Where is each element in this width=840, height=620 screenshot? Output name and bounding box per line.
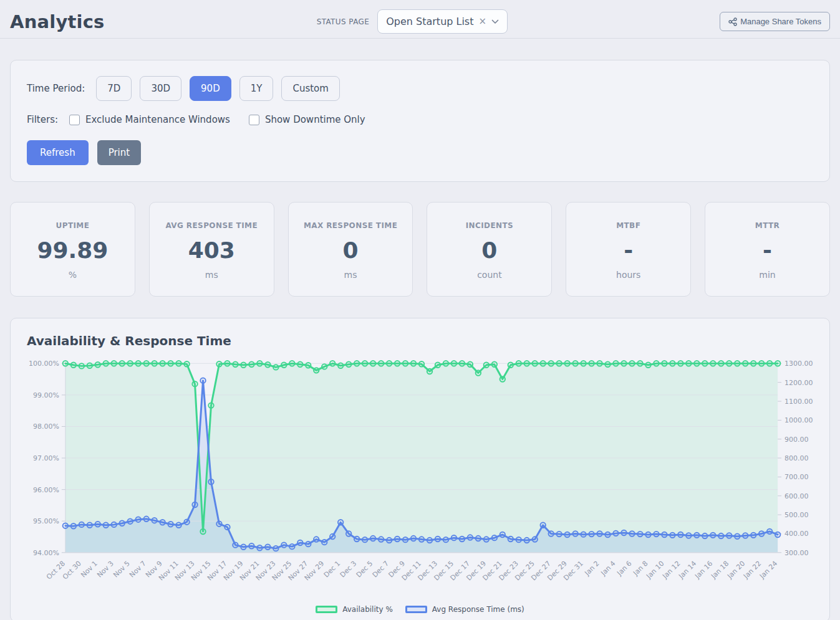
- legend-swatch: [316, 606, 337, 613]
- stat-unit: hours: [571, 270, 685, 280]
- checkbox[interactable]: [69, 115, 80, 125]
- top-header: Analytics STATUS PAGE Open Startup List …: [0, 0, 840, 39]
- stat-card-mtbf: MTBF-hours: [566, 202, 691, 297]
- time-period-30d-button[interactable]: 30D: [140, 76, 181, 101]
- time-period-label: Time Period:: [27, 83, 85, 94]
- page-title: Analytics: [10, 11, 105, 32]
- print-button[interactable]: Print: [97, 140, 142, 165]
- svg-text:Jan 6: Jan 6: [615, 560, 633, 578]
- svg-text:Jan 2: Jan 2: [582, 560, 601, 578]
- filters-panel: Time Period: 7D30D90D1YCustom Filters: E…: [10, 60, 830, 182]
- svg-text:Jan 10: Jan 10: [644, 560, 665, 581]
- filter-checkboxes: Exclude Maintenance WindowsShow Downtime…: [69, 114, 365, 125]
- refresh-button[interactable]: Refresh: [27, 140, 89, 165]
- svg-text:Jan 20: Jan 20: [725, 560, 746, 581]
- svg-text:100.00%: 100.00%: [29, 360, 59, 368]
- status-page-select[interactable]: Open Startup List ×: [377, 9, 508, 34]
- svg-text:800.00: 800.00: [784, 454, 808, 462]
- stat-unit: count: [432, 270, 546, 280]
- svg-text:300.00: 300.00: [784, 549, 808, 557]
- checkbox[interactable]: [249, 115, 259, 125]
- legend-label: Avg Response Time (ms): [432, 605, 524, 614]
- stat-unit: ms: [294, 270, 408, 280]
- legend-swatch: [405, 606, 427, 613]
- stat-card-uptime: UPTIME99.89%: [10, 202, 135, 297]
- legend-label: Availability %: [342, 605, 393, 614]
- svg-text:400.00: 400.00: [784, 530, 808, 538]
- svg-text:98.00%: 98.00%: [33, 422, 59, 431]
- stat-value: 0: [294, 237, 408, 263]
- svg-text:900.00: 900.00: [784, 436, 808, 444]
- time-period-custom-button[interactable]: Custom: [281, 76, 339, 101]
- svg-text:Jan 16: Jan 16: [693, 560, 714, 581]
- chart-title: Availability & Response Time: [11, 333, 829, 348]
- svg-text:Dec 7: Dec 7: [371, 560, 391, 579]
- close-icon[interactable]: ×: [478, 17, 487, 26]
- time-period-90d-button[interactable]: 90D: [190, 76, 231, 101]
- stat-card-avg-response-time: AVG RESPONSE TIME403ms: [149, 202, 274, 297]
- right-axis-labels: 1300.001200.001100.001000.00900.00800.00…: [778, 360, 813, 557]
- svg-text:Dec 1: Dec 1: [322, 560, 342, 579]
- stat-card-incidents: INCIDENTS0count: [427, 202, 552, 297]
- svg-text:Jan 4: Jan 4: [599, 560, 617, 578]
- svg-text:Jan 12: Jan 12: [660, 560, 682, 581]
- chevron-down-icon[interactable]: [491, 19, 499, 24]
- svg-text:Jan 24: Jan 24: [758, 560, 779, 581]
- stats-row: UPTIME99.89%AVG RESPONSE TIME403msMAX RE…: [10, 202, 830, 297]
- checkbox-label: Show Downtime Only: [265, 114, 365, 125]
- checkbox-label: Exclude Maintenance Windows: [85, 114, 230, 125]
- stat-value: 403: [155, 237, 269, 263]
- svg-text:600.00: 600.00: [784, 492, 808, 500]
- filter-checkbox-item[interactable]: Show Downtime Only: [249, 114, 365, 125]
- manage-share-tokens-button[interactable]: Manage Share Tokens: [720, 12, 830, 31]
- x-axis-labels: Oct 28Oct 30Nov 1Nov 3Nov 5Nov 7Nov 9Nov…: [45, 560, 779, 583]
- time-period-7d-button[interactable]: 7D: [96, 76, 132, 101]
- filters-row: Filters: Exclude Maintenance WindowsShow…: [27, 114, 813, 125]
- time-period-buttons: 7D30D90D1YCustom: [96, 76, 340, 101]
- svg-text:1200.00: 1200.00: [784, 379, 813, 387]
- stat-label: MTTR: [710, 221, 824, 230]
- svg-text:Jan 18: Jan 18: [709, 560, 730, 581]
- stat-label: UPTIME: [16, 221, 130, 230]
- time-period-1y-button[interactable]: 1Y: [239, 76, 274, 101]
- svg-text:700.00: 700.00: [784, 473, 808, 481]
- legend-item[interactable]: Avg Response Time (ms): [405, 605, 524, 614]
- svg-text:500.00: 500.00: [784, 511, 808, 519]
- svg-text:97.00%: 97.00%: [33, 454, 59, 462]
- stat-value: -: [571, 237, 685, 263]
- left-axis-labels: 100.00%99.00%98.00%97.00%96.00%95.00%94.…: [29, 360, 65, 557]
- svg-text:99.00%: 99.00%: [33, 391, 59, 399]
- stat-value: 99.89: [16, 237, 130, 263]
- legend-item[interactable]: Availability %: [316, 605, 393, 614]
- svg-text:1100.00: 1100.00: [784, 398, 813, 406]
- time-period-row: Time Period: 7D30D90D1YCustom: [27, 76, 813, 101]
- svg-text:1300.00: 1300.00: [784, 360, 813, 368]
- stat-unit: ms: [155, 270, 269, 280]
- stat-label: AVG RESPONSE TIME: [155, 221, 269, 230]
- filter-checkbox-item[interactable]: Exclude Maintenance Windows: [69, 114, 230, 125]
- svg-text:Oct 30: Oct 30: [61, 560, 83, 581]
- share-icon: [728, 17, 737, 26]
- svg-text:1000.00: 1000.00: [784, 416, 813, 424]
- status-page-selected-value: Open Startup List: [386, 16, 473, 27]
- stat-card-mttr: MTTR-min: [705, 202, 830, 297]
- actions-row: Refresh Print: [27, 140, 813, 165]
- manage-share-tokens-label: Manage Share Tokens: [740, 17, 821, 26]
- stat-value: -: [710, 237, 824, 263]
- stat-label: INCIDENTS: [432, 221, 546, 230]
- svg-text:Nov 1: Nov 1: [79, 560, 99, 579]
- chart-panel: Availability & Response Time 100.00%99.0…: [10, 318, 830, 620]
- stat-card-max-response-time: MAX RESPONSE TIME0ms: [288, 202, 413, 297]
- availability-response-chart[interactable]: 100.00%99.00%98.00%97.00%96.00%95.00%94.…: [11, 355, 829, 605]
- stat-unit: %: [16, 270, 130, 280]
- chart-legend: Availability %Avg Response Time (ms): [11, 605, 829, 614]
- stat-label: MTBF: [571, 221, 685, 230]
- svg-text:94.00%: 94.00%: [33, 549, 59, 557]
- svg-text:Nov 7: Nov 7: [128, 560, 148, 579]
- svg-text:95.00%: 95.00%: [33, 517, 59, 525]
- svg-text:Dec 3: Dec 3: [339, 560, 359, 579]
- svg-text:Dec 5: Dec 5: [355, 560, 375, 579]
- filters-label: Filters:: [27, 114, 58, 125]
- stat-label: MAX RESPONSE TIME: [294, 221, 408, 230]
- svg-text:Nov 3: Nov 3: [95, 560, 115, 579]
